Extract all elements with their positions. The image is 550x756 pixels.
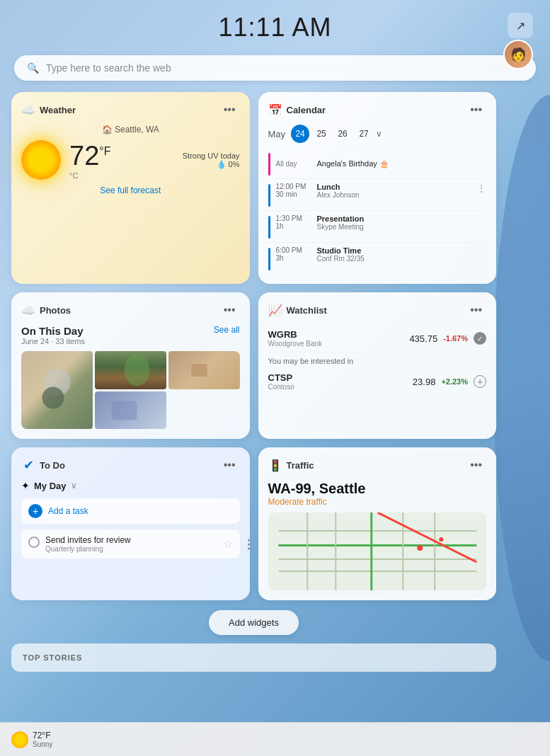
top-stories-section: TOP STORIES — [11, 643, 496, 672]
calendar-title-row: 📅 Calendar — [268, 103, 326, 117]
calendar-header: 📅 Calendar ••• — [268, 102, 487, 118]
todo-widget: ✔ To Do ••• ✦ My Day ∨ + Add a task Send… — [11, 447, 250, 600]
todo-task-row: Send invites for review Quarterly planni… — [21, 529, 240, 559]
photos-content-header: On This Day June 24 · 33 items See all — [21, 325, 240, 345]
weather-forecast-link[interactable]: See full forecast — [21, 185, 240, 195]
todo-header: ✔ To Do ••• — [21, 457, 240, 473]
todo-add-task-row[interactable]: + Add a task — [21, 498, 240, 524]
stock-ctsp-price: 23.98 — [413, 377, 436, 387]
stock-ctsp-company: Contoso — [268, 383, 294, 391]
search-bar[interactable]: 🔍 Type here to search the web — [14, 55, 536, 81]
calendar-dates: 24 25 26 27 ∨ — [291, 125, 382, 143]
weather-temp-block: 72°F °C — [69, 141, 110, 180]
weather-main: 72°F °C Strong UV today 💧 0% — [21, 140, 240, 180]
watchlist-title: Watchlist — [287, 305, 327, 316]
taskbar-sun-icon — [11, 731, 28, 748]
weather-temperature: 72°F — [69, 141, 110, 171]
calendar-chevron-icon[interactable]: ∨ — [376, 129, 382, 139]
stock-ctsp-info: CTSP Contoso — [268, 372, 294, 391]
photos-more-button[interactable]: ••• — [219, 302, 240, 318]
watchlist-icon: 📈 — [268, 303, 282, 317]
calendar-more-button[interactable]: ••• — [466, 102, 486, 118]
stock-ctsp-change: +2.23% — [441, 377, 468, 386]
traffic-info: WA-99, Seattle Moderate traffic — [268, 480, 487, 507]
traffic-icon: 🚦 — [268, 458, 282, 472]
svg-line-14 — [377, 512, 476, 562]
expand-icon: ↗ — [516, 19, 525, 33]
add-widgets-button[interactable]: Add widgets — [209, 610, 299, 635]
calendar-icon: 📅 — [268, 103, 282, 117]
weather-widget: ☁️ Weather ••• 🏠 Seattle, WA 72°F °C Str… — [11, 92, 250, 284]
stock-ctsp-add-button[interactable]: + — [474, 375, 486, 388]
weather-title-row: ☁️ Weather — [21, 103, 76, 117]
todo-title-row: ✔ To Do — [21, 458, 65, 472]
traffic-header: 🚦 Traffic ••• — [268, 457, 487, 473]
calendar-date-25[interactable]: 25 — [312, 125, 331, 143]
todo-task-container: Send invites for review Quarterly planni… — [21, 529, 240, 559]
traffic-title: Traffic — [287, 460, 314, 471]
stock-ctsp: CTSP Contoso 23.98 +2.23% + — [268, 368, 487, 395]
home-icon: 🏠 — [102, 125, 113, 134]
taskbar: 72°F Sunny — [0, 722, 550, 756]
svg-rect-13 — [434, 512, 435, 590]
bg-decoration-2 — [515, 142, 543, 354]
weather-precipitation: 💧 0% — [183, 160, 240, 169]
stock-wgrb-company: Woodgrove Bank — [268, 340, 323, 348]
todo-section-icon: ✦ — [21, 480, 30, 491]
expand-button[interactable]: ↗ — [508, 13, 533, 38]
traffic-map-svg — [268, 512, 487, 590]
calendar-event-time-lunch: 12:00 PM 30 min — [276, 183, 311, 198]
traffic-widget: 🚦 Traffic ••• WA-99, Seattle Moderate tr… — [258, 447, 497, 600]
photos-header: ☁️ Photos ••• — [21, 302, 240, 318]
photo-1-svg — [21, 351, 93, 429]
photos-widget: ☁️ Photos ••• On This Day June 24 · 33 i… — [11, 292, 250, 439]
photo-2-image — [95, 351, 166, 389]
traffic-more-button[interactable]: ••• — [466, 457, 486, 473]
photos-see-all-link[interactable]: See all — [214, 325, 240, 335]
taskbar-temperature: 72°F — [33, 731, 52, 740]
photos-section-title: On This Day — [21, 325, 85, 337]
photo-4-svg — [95, 391, 166, 430]
add-widgets-row: Add widgets — [0, 610, 550, 635]
todo-task-circle[interactable] — [28, 537, 40, 548]
stock-wgrb-price: 435.75 — [409, 333, 437, 344]
calendar-event-more-lunch[interactable]: ⋮ — [476, 183, 486, 194]
stock-wgrb: WGRB Woodgrove Bank 435.75 -1.67% ✓ — [268, 325, 487, 353]
weather-unit-sub: °C — [69, 171, 110, 180]
todo-section-header[interactable]: ✦ My Day ∨ — [21, 480, 240, 491]
weather-sun-icon — [21, 140, 61, 180]
taskbar-weather: 72°F Sunny — [11, 731, 52, 748]
photos-icon: ☁️ — [21, 303, 35, 317]
todo-dots — [248, 539, 250, 549]
todo-more-button[interactable]: ••• — [219, 457, 240, 473]
watchlist-suggestion: You may be interested in — [268, 353, 487, 368]
search-placeholder: Type here to search the web — [46, 62, 171, 74]
watchlist-widget: 📈 Watchlist ••• WGRB Woodgrove Bank 435.… — [258, 292, 497, 439]
stock-wgrb-ticker: WGRB — [268, 329, 323, 340]
todo-task-star-icon[interactable]: ☆ — [223, 537, 233, 551]
calendar-date-24[interactable]: 24 — [291, 125, 309, 143]
calendar-date-header: May 24 25 26 27 ∨ — [268, 125, 487, 143]
stock-wgrb-change: -1.67% — [443, 334, 468, 343]
stock-wgrb-info: WGRB Woodgrove Bank — [268, 329, 323, 348]
todo-title: To Do — [40, 460, 65, 471]
traffic-map[interactable] — [268, 512, 487, 590]
calendar-event-lunch: 12:00 PM 30 min Lunch Alex Johnson ⋮ — [268, 179, 487, 211]
watchlist-more-button[interactable]: ••• — [466, 302, 486, 318]
todo-task-left: Send invites for review Quarterly planni… — [28, 535, 131, 553]
photo-4-image — [95, 391, 166, 430]
watchlist-header: 📈 Watchlist ••• — [268, 302, 487, 318]
weather-more-button[interactable]: ••• — [219, 102, 240, 118]
todo-task-name: Send invites for review — [45, 535, 131, 545]
calendar-event-bar-studio — [268, 248, 270, 270]
weather-conditions: Strong UV today 💧 0% — [183, 151, 240, 169]
avatar[interactable]: 🧑 — [503, 40, 533, 69]
weather-location: 🏠 Seattle, WA — [21, 125, 240, 134]
calendar-date-26[interactable]: 26 — [333, 125, 352, 143]
photo-3-image — [168, 351, 240, 389]
photo-3-svg — [168, 351, 240, 389]
calendar-date-27[interactable]: 27 — [355, 125, 373, 143]
calendar-widget: 📅 Calendar ••• May 24 25 26 27 ∨ All day… — [258, 92, 497, 284]
calendar-event-bar-lunch — [268, 184, 270, 207]
todo-task-text: Send invites for review Quarterly planni… — [45, 535, 131, 553]
